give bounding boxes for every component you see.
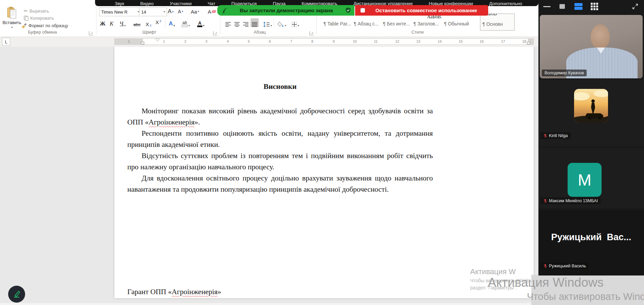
- participant-avatar-letter: M: [568, 163, 602, 197]
- participant-video-head: [591, 24, 610, 49]
- paste-button[interactable]: Вставить ▾: [2, 7, 22, 31]
- left-indent-marker[interactable]: [141, 42, 144, 44]
- square-icon: [559, 4, 565, 9]
- spellcheck-word: Агроінженерія: [149, 118, 195, 126]
- bold-button[interactable]: Ж: [99, 18, 107, 27]
- ruler-row: L 1 1 2 3 4 5 6 7 8 9 10 11 12 13 14 15 …: [0, 37, 538, 47]
- expand-button[interactable]: [632, 2, 638, 11]
- font-size-select[interactable]: 14 ▾: [139, 7, 167, 16]
- stop-video-button[interactable]: [559, 2, 565, 11]
- stop-share-banner[interactable]: Остановить совместное использование: [355, 5, 488, 16]
- style-table-paragraph[interactable]: ¶ Table Par...: [324, 21, 351, 26]
- expand-arrows-icon: [632, 3, 638, 9]
- scissors-icon: ✂: [24, 8, 28, 14]
- clear-formatting-button[interactable]: A: [208, 7, 216, 16]
- shading-button[interactable]: ▾: [276, 18, 287, 27]
- format-painter-icon: [22, 23, 27, 28]
- document-text: Висновки Моніторинг показав високий ріве…: [127, 81, 433, 195]
- spellcheck-word: Агроінженерія: [172, 288, 218, 296]
- superscript-button[interactable]: X2: [154, 18, 162, 28]
- style-normal[interactable]: ¶ Обычный: [444, 21, 469, 26]
- annotation-pencil-button[interactable]: [8, 286, 25, 303]
- shrink-font-button[interactable]: A▾: [178, 7, 183, 16]
- screen-share-banner: Вы запустили демонстрацию экрана: [217, 5, 354, 16]
- strikethrough-button[interactable]: abc: [132, 18, 142, 27]
- muted-mic-icon: [543, 198, 547, 203]
- copy-icon: [24, 16, 29, 21]
- borders-icon: [292, 22, 297, 27]
- paste-caret-icon: ▾: [11, 26, 13, 29]
- subscript-button[interactable]: X2: [145, 18, 152, 27]
- underline-button[interactable]: Ч ▾: [119, 18, 127, 27]
- participant-display-name: Ружицький Вас...: [538, 232, 644, 243]
- style-no-spacing[interactable]: ¶ Без инте...: [383, 21, 410, 26]
- format-painter-button[interactable]: Формат по образцу: [22, 23, 68, 28]
- toolbar-participants[interactable]: Участники: [170, 1, 192, 6]
- toolbar-more[interactable]: Дополнительно: [489, 1, 522, 6]
- ruler-left-margin: 1: [115, 39, 143, 44]
- paragraph-2: Респонденти позитивно оцінюють якість ос…: [127, 128, 433, 150]
- muted-mic-icon: [543, 133, 547, 138]
- tab-stop-selector[interactable]: L: [2, 38, 10, 46]
- paragraph-4: Для вдосконалення освітнього процесу доц…: [127, 173, 433, 195]
- participant-tile-video[interactable]: Володимир Кувачов: [540, 15, 643, 78]
- stop-share-text: Остановить совместное использование: [368, 7, 484, 13]
- participant-name-badge: Володимир Кувачов: [542, 70, 587, 76]
- participant-name-badge: Максим Міняйло 13МБАІ: [540, 197, 601, 204]
- line-spacing-icon: [263, 22, 270, 27]
- italic-button[interactable]: К: [109, 18, 114, 27]
- change-case-button[interactable]: Aa▾: [191, 7, 199, 16]
- font-name-select[interactable]: Times New R ▾: [99, 7, 141, 16]
- align-center-button[interactable]: [233, 18, 241, 27]
- participant-tile-letter[interactable]: M Максим Міняйло 13МБАІ: [538, 148, 644, 208]
- paste-label: Вставить: [2, 20, 21, 25]
- font-color-bar-icon: [197, 25, 202, 27]
- toolbar-audio[interactable]: Звук: [115, 1, 124, 6]
- style-heading[interactable]: ¶ Заголов...: [413, 21, 439, 26]
- borders-button[interactable]: ▾: [291, 18, 300, 27]
- group-divider: [96, 5, 96, 35]
- participant-tile-name[interactable]: Ружицький Вас... Ружицький Василь: [538, 210, 644, 275]
- align-right-icon: [243, 22, 249, 27]
- muted-mic-icon: [543, 264, 547, 268]
- cut-button[interactable]: ✂ Вырезать: [24, 8, 49, 14]
- paragraph-dialog-launcher-icon[interactable]: [310, 31, 314, 35]
- highlight-color-button[interactable]: ab ▾: [181, 18, 191, 27]
- clipboard-group-label: Буфер обмена: [7, 30, 78, 35]
- document-page[interactable]: Висновки Моніторинг показав високий ріве…: [114, 47, 534, 298]
- small-divider: [274, 18, 274, 27]
- justify-button[interactable]: [251, 18, 259, 27]
- align-center-icon: [234, 22, 240, 27]
- speaker-view-button[interactable]: [574, 2, 583, 11]
- first-line-indent-marker[interactable]: [155, 39, 160, 41]
- paragraph-group-label: Абзац: [224, 30, 295, 35]
- grow-font-button[interactable]: A▴: [168, 7, 173, 16]
- small-divider: [165, 18, 165, 27]
- horizontal-ruler[interactable]: 1 1 2 3 4 5 6 7 8 9 10 11 12 13 14 15 16…: [114, 38, 534, 45]
- style-abzac[interactable]: ¶ Абзац с...: [354, 21, 379, 26]
- text-effects-button[interactable]: A▾: [168, 18, 176, 27]
- participant-tile-avatar[interactable]: Kirill Nilga: [538, 80, 644, 147]
- right-indent-marker[interactable]: [527, 42, 530, 44]
- gallery-view-button[interactable]: [591, 2, 598, 11]
- toolbar-chat[interactable]: Чат: [208, 1, 215, 6]
- styles-group-label: Стили: [384, 30, 452, 35]
- line-spacing-button[interactable]: ▾: [262, 18, 273, 27]
- copy-button[interactable]: Копировать: [24, 16, 54, 21]
- clipboard-dialog-launcher-icon[interactable]: [89, 31, 93, 35]
- activation-watermark-big-line1: Активация Windows: [488, 275, 604, 290]
- align-left-button[interactable]: [224, 18, 232, 27]
- paint-bucket-icon: [277, 21, 284, 27]
- share-banner-text: Вы запустили демонстрацию экрана: [231, 7, 342, 13]
- minimize-icon: [543, 6, 551, 7]
- eraser-icon: [211, 10, 217, 13]
- align-right-button[interactable]: [242, 18, 250, 27]
- font-dialog-launcher-icon[interactable]: [213, 31, 217, 35]
- toolbar-video[interactable]: Видео: [140, 1, 153, 6]
- style-main-selected[interactable]: АаБбВ ¶ Основн: [480, 14, 515, 31]
- font-color-button[interactable]: A ▾: [196, 18, 205, 27]
- minimize-button[interactable]: [543, 2, 551, 11]
- participant-name-badge: Ружицький Василь: [540, 263, 589, 269]
- garant-line: Гарант ОПП «Агроінженерія»: [127, 288, 221, 296]
- activation-watermark-big-line2: Чтобы активировать Windo: [527, 291, 644, 302]
